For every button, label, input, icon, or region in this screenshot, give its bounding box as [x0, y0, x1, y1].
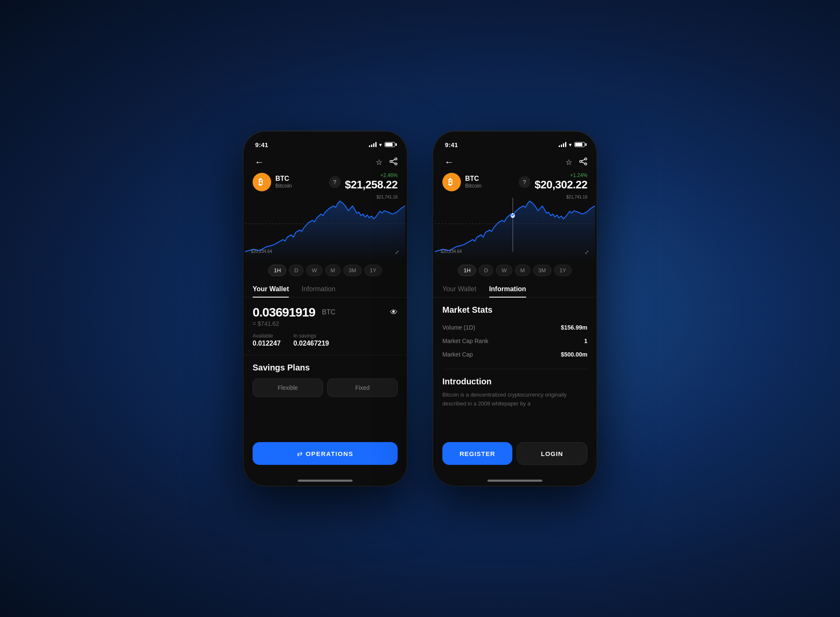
coin-header-2: ₿ BTC Bitcoin ? +1.24% $20,302.22: [433, 171, 597, 191]
status-bar-2: 9:41 ▾: [433, 131, 597, 152]
stat-row-rank: Market Cap Rank 1: [442, 334, 587, 348]
nav-bar-2: ← ☆: [433, 152, 597, 171]
price-change-1: +2.46%: [345, 172, 398, 178]
chart-low-2: $20,234.64: [441, 249, 462, 254]
register-button-2[interactable]: REGISTER: [442, 442, 512, 465]
filter-3m-1[interactable]: 3M: [343, 265, 362, 276]
battery-icon-1: [385, 142, 395, 147]
svg-point-7: [585, 158, 587, 160]
chart-high-1: $21,741.16: [377, 195, 398, 199]
coin-price-group-1: +2.46% $21,258.22: [345, 172, 398, 191]
price-change-2: +1.24%: [535, 172, 587, 178]
svg-line-4: [392, 162, 395, 164]
nav-bar-1: ← ☆: [243, 152, 407, 171]
coin-price-1: $21,258.22: [345, 178, 398, 191]
status-icons-2: ▾: [559, 142, 585, 148]
stat-label-volume: Volume (1D): [442, 324, 475, 331]
tab-wallet-2[interactable]: Your Wallet: [442, 282, 477, 297]
stat-row-volume: Volume (1D) $156.99m: [442, 321, 587, 334]
coin-name-1: Bitcoin: [275, 182, 325, 189]
savings-title-1: Savings Plans: [253, 363, 398, 373]
stat-label-rank: Market Cap Rank: [442, 338, 488, 344]
wallet-btc-amount-1: 0.03691919: [253, 305, 315, 319]
chart-2: $21,741.16: [433, 194, 597, 261]
star-icon-1[interactable]: ☆: [376, 158, 382, 167]
tab-wallet-1[interactable]: Your Wallet: [253, 282, 289, 297]
eye-icon-1[interactable]: 👁: [390, 308, 398, 317]
share-icon-2[interactable]: [579, 158, 587, 167]
nav-actions-1: ☆: [376, 158, 398, 167]
filter-1y-1[interactable]: 1Y: [364, 265, 382, 276]
savings-pills-1: Flexible Fixed: [253, 378, 398, 397]
battery-icon-2: [574, 142, 585, 147]
filter-d-1[interactable]: D: [289, 265, 304, 276]
nav-actions-2: ☆: [565, 158, 587, 167]
phone-2: 9:41 ▾ ← ☆: [433, 131, 597, 486]
operations-btn-label-1: OPERATIONS: [306, 450, 353, 457]
filter-w-1[interactable]: W: [306, 265, 322, 276]
question-button-1[interactable]: ?: [329, 176, 341, 188]
home-indicator-1: [298, 480, 353, 482]
wallet-available-1: Available 0.012247: [253, 333, 281, 347]
savings-label-1: In savings: [293, 333, 329, 339]
coin-name-2: Bitcoin: [465, 182, 514, 189]
back-button-2[interactable]: ←: [442, 156, 456, 169]
phones-container: 9:41 ▾ ← ☆: [243, 131, 597, 486]
available-label-1: Available: [253, 333, 281, 339]
login-button-2[interactable]: LOGIN: [517, 442, 587, 465]
tabs-1: Your Wallet Information: [243, 279, 407, 298]
savings-val-1: 0.02467219: [293, 340, 329, 347]
register-label-2: REGISTER: [460, 450, 495, 457]
svg-line-3: [392, 159, 395, 161]
svg-line-11: [582, 162, 585, 164]
signal-icon-1: [369, 142, 377, 147]
stat-value-rank: 1: [584, 338, 587, 344]
share-icon-1[interactable]: [389, 158, 398, 167]
tabs-2: Your Wallet Information: [433, 279, 597, 298]
operations-button-1[interactable]: ⇄ OPERATIONS: [253, 442, 398, 465]
back-button-1[interactable]: ←: [253, 156, 266, 169]
intro-section-2: Introduction Bitcoin is a dencentralized…: [442, 369, 587, 408]
wifi-icon-2: ▾: [569, 142, 572, 148]
savings-pill-flexible-1[interactable]: Flexible: [253, 378, 323, 397]
time-filters-2: 1H D W M 3M 1Y: [433, 261, 597, 279]
svg-line-10: [582, 159, 585, 161]
savings-section-1: Savings Plans Flexible Fixed: [253, 355, 398, 397]
login-label-2: LOGIN: [541, 450, 563, 457]
home-indicator-2: [487, 480, 542, 482]
coin-header-1: ₿ BTC Bitcoin ? +2.46% $21,258.22: [243, 171, 407, 191]
coin-name-group-1: BTC Bitcoin: [275, 175, 325, 189]
svg-point-1: [395, 163, 397, 165]
chart-high-2: $21,741.16: [566, 195, 587, 199]
filter-m-2[interactable]: M: [515, 265, 530, 276]
tab-info-2[interactable]: Information: [489, 282, 526, 297]
wallet-btc-unit-1: BTC: [322, 308, 336, 316]
operations-icon-1: ⇄: [297, 450, 302, 458]
filter-1y-2[interactable]: 1Y: [554, 265, 572, 276]
signal-icon-2: [559, 142, 566, 147]
time-filters-1: 1H D W M 3M 1Y: [243, 261, 407, 279]
filter-w-2[interactable]: W: [496, 265, 512, 276]
wifi-icon-1: ▾: [379, 142, 382, 148]
expand-icon-1[interactable]: ⤢: [395, 249, 399, 255]
btc-logo-1: ₿: [253, 173, 271, 191]
status-bar-1: 9:41 ▾: [243, 131, 407, 152]
chart-1: $21,741.16 $20,234.64 ⤢: [243, 194, 407, 261]
stat-label-cap: Market Cap: [442, 351, 473, 358]
coin-symbol-1: BTC: [275, 175, 325, 182]
expand-icon-2[interactable]: ⤢: [584, 249, 589, 255]
filter-m-1[interactable]: M: [325, 265, 341, 276]
filter-1h-2[interactable]: 1H: [458, 265, 476, 276]
available-val-1: 0.012247: [253, 340, 281, 347]
savings-pill-fixed-1[interactable]: Fixed: [327, 378, 398, 397]
tab-info-1[interactable]: Information: [302, 282, 335, 297]
star-icon-2[interactable]: ☆: [565, 158, 572, 167]
filter-d-2[interactable]: D: [479, 265, 493, 276]
question-button-2[interactable]: ?: [519, 176, 530, 188]
svg-point-9: [580, 160, 582, 162]
filter-1h-1[interactable]: 1H: [268, 265, 286, 276]
coin-name-group-2: BTC Bitcoin: [465, 175, 514, 189]
auth-buttons-2: REGISTER LOGIN: [442, 442, 587, 465]
filter-3m-2[interactable]: 3M: [533, 265, 552, 276]
coin-symbol-2: BTC: [465, 175, 514, 182]
